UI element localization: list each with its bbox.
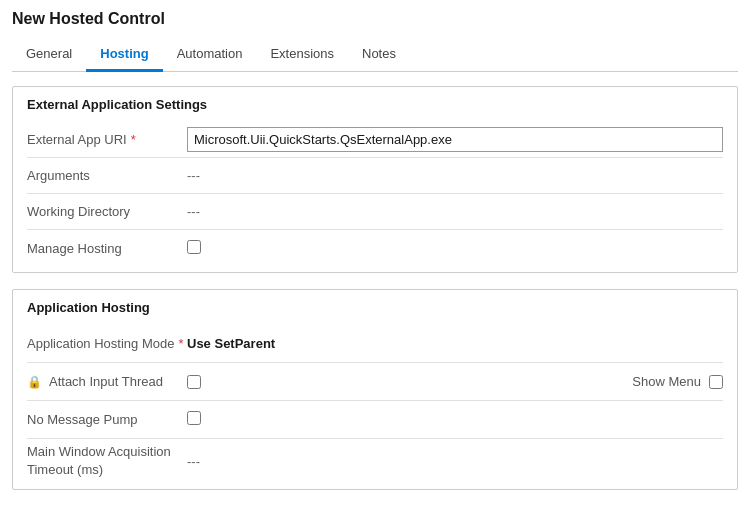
attach-input-thread-label: 🔒 Attach Input Thread xyxy=(27,374,187,389)
tabs-bar: General Hosting Automation Extensions No… xyxy=(12,38,738,72)
manage-hosting-value xyxy=(187,240,723,257)
hosting-mode-label: Application Hosting Mode * xyxy=(27,336,187,351)
required-star: * xyxy=(131,132,136,147)
lock-icon: 🔒 xyxy=(27,375,42,389)
main-window-timeout-value: --- xyxy=(187,454,723,469)
working-directory-row: Working Directory --- xyxy=(27,194,723,230)
tab-extensions[interactable]: Extensions xyxy=(256,38,348,72)
page-title: New Hosted Control xyxy=(12,10,738,28)
external-app-uri-row: External App URI * xyxy=(27,122,723,158)
external-app-settings-section: External Application Settings External A… xyxy=(12,86,738,273)
show-menu-label: Show Menu xyxy=(632,374,701,389)
manage-hosting-checkbox[interactable] xyxy=(187,240,201,254)
application-hosting-title: Application Hosting xyxy=(27,300,723,315)
main-window-timeout-label: Main Window Acquisition Timeout (ms) xyxy=(27,443,187,479)
application-hosting-section: Application Hosting Application Hosting … xyxy=(12,289,738,490)
manage-hosting-row: Manage Hosting xyxy=(27,230,723,266)
arguments-label: Arguments xyxy=(27,168,187,183)
arguments-value: --- xyxy=(187,168,723,183)
arguments-row: Arguments --- xyxy=(27,158,723,194)
tab-general[interactable]: General xyxy=(12,38,86,72)
tab-hosting[interactable]: Hosting xyxy=(86,38,162,72)
external-app-uri-label: External App URI * xyxy=(27,132,187,147)
no-message-pump-row: No Message Pump xyxy=(27,401,723,439)
external-app-uri-input[interactable] xyxy=(187,127,723,152)
tab-notes[interactable]: Notes xyxy=(348,38,410,72)
attach-input-thread-content: Show Menu xyxy=(187,374,723,389)
external-app-settings-title: External Application Settings xyxy=(27,97,723,112)
no-message-pump-label: No Message Pump xyxy=(27,412,187,427)
working-directory-label: Working Directory xyxy=(27,204,187,219)
no-message-pump-value xyxy=(187,411,723,428)
tab-automation[interactable]: Automation xyxy=(163,38,257,72)
required-star-hosting: * xyxy=(178,336,183,351)
main-window-timeout-row: Main Window Acquisition Timeout (ms) --- xyxy=(27,439,723,483)
attach-input-thread-row: 🔒 Attach Input Thread Show Menu xyxy=(27,363,723,401)
hosting-mode-value: Use SetParent xyxy=(187,336,723,351)
show-menu-checkbox[interactable] xyxy=(709,375,723,389)
no-message-pump-checkbox[interactable] xyxy=(187,411,201,425)
external-app-uri-value xyxy=(187,127,723,152)
working-directory-value: --- xyxy=(187,204,723,219)
manage-hosting-label: Manage Hosting xyxy=(27,241,187,256)
attach-input-thread-checkbox[interactable] xyxy=(187,375,201,389)
hosting-mode-row: Application Hosting Mode * Use SetParent xyxy=(27,325,723,363)
